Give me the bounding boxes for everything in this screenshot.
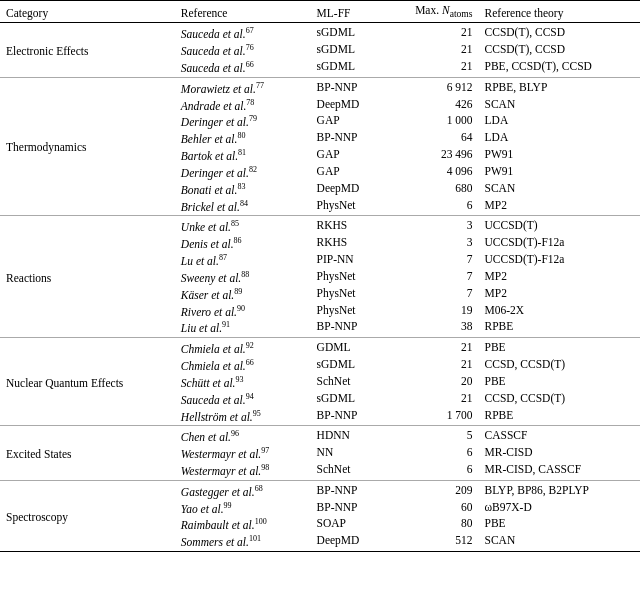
natoms-cell: 4 096	[385, 163, 479, 180]
mlff-cell: PhysNet	[311, 197, 385, 216]
reference-cell: Deringer et al.82	[175, 163, 311, 180]
mlff-cell: sGDML	[311, 42, 385, 59]
reference-cell: Westermayr et al.98	[175, 462, 311, 481]
reference-cell: Unke et al.85	[175, 216, 311, 235]
reference-cell: Lu et al.87	[175, 252, 311, 269]
natoms-cell: 21	[385, 42, 479, 59]
category-cell: Electronic Effects	[0, 23, 175, 77]
mlff-cell: BP-NNP	[311, 130, 385, 147]
mlff-cell: RKHS	[311, 235, 385, 252]
natoms-cell: 21	[385, 23, 479, 42]
natoms-cell: 6	[385, 445, 479, 462]
natoms-cell: 426	[385, 96, 479, 113]
mlff-cell: DeepMD	[311, 96, 385, 113]
category-cell: Spectroscopy	[0, 480, 175, 551]
natoms-cell: 19	[385, 302, 479, 319]
mlff-cell: DeepMD	[311, 180, 385, 197]
reference-cell: Sauceda et al.76	[175, 42, 311, 59]
reference-cell: Morawietz et al.77	[175, 77, 311, 96]
reference-cell: Yao et al.99	[175, 499, 311, 516]
mlff-cell: SOAP	[311, 516, 385, 533]
theory-cell: LDA	[479, 130, 640, 147]
mlff-cell: BP-NNP	[311, 480, 385, 499]
natoms-cell: 20	[385, 373, 479, 390]
reference-cell: Rivero et al.90	[175, 302, 311, 319]
mlff-cell: SchNet	[311, 373, 385, 390]
reference-cell: Andrade et al.78	[175, 96, 311, 113]
col-header-mlff: ML-FF	[311, 1, 385, 23]
reference-cell: Käser et al.89	[175, 285, 311, 302]
natoms-cell: 1 000	[385, 113, 479, 130]
mlff-cell: GAP	[311, 113, 385, 130]
theory-cell: RPBE	[479, 407, 640, 426]
natoms-cell: 7	[385, 285, 479, 302]
reference-cell: Sauceda et al.66	[175, 58, 311, 77]
reference-cell: Chen et al.96	[175, 426, 311, 445]
theory-cell: PW91	[479, 163, 640, 180]
mlff-cell: BP-NNP	[311, 407, 385, 426]
reference-cell: Bartok et al.81	[175, 147, 311, 164]
col-header-theory: Reference theory	[479, 1, 640, 23]
natoms-cell: 6	[385, 462, 479, 481]
theory-cell: LDA	[479, 113, 640, 130]
mlff-cell: BP-NNP	[311, 77, 385, 96]
natoms-cell: 209	[385, 480, 479, 499]
natoms-cell: 60	[385, 499, 479, 516]
theory-cell: SCAN	[479, 533, 640, 552]
mlff-cell: sGDML	[311, 58, 385, 77]
theory-cell: BLYP, BP86, B2PLYP	[479, 480, 640, 499]
theory-cell: MR-CISD	[479, 445, 640, 462]
natoms-cell: 3	[385, 235, 479, 252]
natoms-cell: 21	[385, 390, 479, 407]
natoms-cell: 6	[385, 197, 479, 216]
mlff-cell: DeepMD	[311, 533, 385, 552]
theory-cell: PBE	[479, 516, 640, 533]
mlff-cell: sGDML	[311, 357, 385, 374]
mlff-cell: GAP	[311, 147, 385, 164]
theory-cell: PBE	[479, 373, 640, 390]
natoms-cell: 5	[385, 426, 479, 445]
theory-cell: CCSD, CCSD(T)	[479, 357, 640, 374]
mlff-cell: RKHS	[311, 216, 385, 235]
natoms-cell: 7	[385, 252, 479, 269]
natoms-cell: 512	[385, 533, 479, 552]
reference-cell: Chmiela et al.92	[175, 338, 311, 357]
theory-cell: CCSD(T), CCSD	[479, 23, 640, 42]
reference-cell: Deringer et al.79	[175, 113, 311, 130]
theory-cell: MP2	[479, 197, 640, 216]
reference-cell: Sommers et al.101	[175, 533, 311, 552]
reference-cell: Gastegger et al.68	[175, 480, 311, 499]
reference-cell: Sauceda et al.67	[175, 23, 311, 42]
natoms-cell: 21	[385, 357, 479, 374]
theory-cell: M06-2X	[479, 302, 640, 319]
mlff-cell: NN	[311, 445, 385, 462]
mlff-cell: PIP-NN	[311, 252, 385, 269]
theory-cell: MP2	[479, 285, 640, 302]
mlff-cell: sGDML	[311, 390, 385, 407]
theory-cell: MP2	[479, 268, 640, 285]
theory-cell: SCAN	[479, 180, 640, 197]
natoms-cell: 21	[385, 58, 479, 77]
theory-cell: CASSCF	[479, 426, 640, 445]
reference-cell: Behler et al.80	[175, 130, 311, 147]
mlff-cell: SchNet	[311, 462, 385, 481]
reference-cell: Liu et al.91	[175, 319, 311, 338]
natoms-cell: 680	[385, 180, 479, 197]
theory-cell: UCCSD(T)	[479, 216, 640, 235]
natoms-cell: 21	[385, 338, 479, 357]
natoms-cell: 6 912	[385, 77, 479, 96]
reference-cell: Raimbault et al.100	[175, 516, 311, 533]
theory-cell: PBE	[479, 338, 640, 357]
mlff-cell: PhysNet	[311, 285, 385, 302]
col-header-reference: Reference	[175, 1, 311, 23]
category-cell: Excited States	[0, 426, 175, 480]
mlff-cell: BP-NNP	[311, 319, 385, 338]
mlff-cell: HDNN	[311, 426, 385, 445]
theory-cell: CCSD(T), CCSD	[479, 42, 640, 59]
natoms-cell: 23 496	[385, 147, 479, 164]
theory-cell: SCAN	[479, 96, 640, 113]
natoms-cell: 38	[385, 319, 479, 338]
reference-cell: Westermayr et al.97	[175, 445, 311, 462]
reference-cell: Sauceda et al.94	[175, 390, 311, 407]
col-header-natoms: Max. Natoms	[385, 1, 479, 23]
